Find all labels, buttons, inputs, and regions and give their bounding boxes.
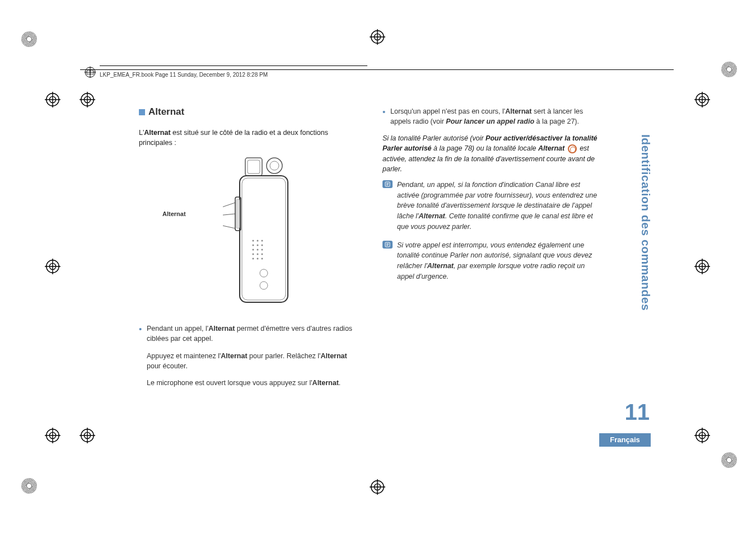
svg-line-34 [223,214,235,218]
svg-rect-15 [236,199,240,228]
note-paragraph: Si votre appel est interrompu, vous ente… [382,240,604,282]
bullet-item: Lorsqu'un appel n'est pas en cours, l'Al… [382,106,604,127]
svg-line-33 [223,203,235,218]
radio-illustration [223,157,296,308]
registration-mark [45,92,60,107]
section-title: Alternat [139,106,360,118]
intro-paragraph: L'Alternat est situé sur le côté de la r… [139,128,360,148]
svg-point-21 [262,245,263,246]
svg-rect-12 [240,176,288,302]
print-corner-mark [21,478,37,494]
language-badge: Français [599,433,651,447]
header-separator [80,69,674,70]
registration-mark [80,92,95,107]
header-separator [100,65,367,66]
book-icon [84,66,96,78]
registration-mark [694,428,710,443]
svg-rect-9 [248,160,260,174]
registration-mark [694,259,710,274]
registration-mark [370,479,385,495]
indented-paragraph: Le microphone est ouvert lorsque vous ap… [139,378,360,388]
svg-point-22 [253,249,254,251]
svg-point-17 [257,240,259,242]
print-corner-mark [721,62,737,77]
sidebar-chapter-title: Identification des commandes [639,134,652,311]
section-marker-icon [139,109,145,115]
registration-mark [370,29,385,45]
svg-point-24 [262,249,263,251]
registration-mark [45,259,60,274]
registration-mark [694,92,710,107]
figure-label: Alternat [162,210,186,217]
registration-mark [80,428,95,443]
note-icon [382,241,393,249]
svg-point-18 [262,240,263,242]
page-content: Alternat L'Alternat est situé sur le côt… [139,106,604,395]
svg-point-25 [253,254,254,255]
svg-point-20 [257,245,259,246]
svg-point-26 [257,254,259,255]
svg-point-27 [262,254,263,255]
note-paragraph: Pendant, un appel, si la fonction d'indi… [382,180,604,232]
italic-paragraph: Si la tonalité Parler autorisé (voir Pou… [382,133,604,174]
radio-figure: Alternat [139,157,360,313]
broadcast-icon [568,144,577,153]
note-icon [382,180,393,188]
svg-point-32 [260,282,268,289]
svg-point-23 [257,249,259,251]
bullet-item: Pendant un appel, l'Alternat permet d'ém… [139,324,360,344]
svg-point-29 [257,258,259,260]
left-column: Alternat L'Alternat est situé sur le côt… [139,106,360,395]
svg-point-11 [270,161,279,170]
registration-mark [45,428,60,443]
svg-point-30 [262,258,263,260]
svg-point-16 [253,240,254,242]
svg-point-31 [260,269,268,277]
svg-point-28 [253,258,254,260]
section-title-text: Alternat [148,106,184,117]
print-corner-mark [21,31,37,47]
indented-paragraph: Appuyez et maintenez l'Alternat pour par… [139,351,360,371]
page-number: 11 [625,400,650,425]
svg-line-35 [223,218,235,228]
svg-point-10 [267,158,282,174]
svg-point-19 [253,245,254,246]
print-corner-mark [721,452,737,468]
header-text: LKP_EMEA_FR.book Page 11 Sunday, Decembe… [100,72,268,78]
right-column: Lorsqu'un appel n'est pas en cours, l'Al… [382,106,604,395]
